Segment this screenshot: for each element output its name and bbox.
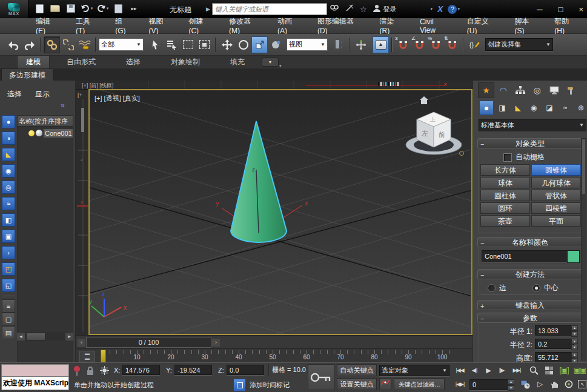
button-tube[interactable]: 管状体 [531,190,581,201]
command-panel-scrollbar[interactable] [581,138,586,360]
radio-center[interactable]: 中心 [532,283,559,293]
autogrid-checkbox[interactable] [503,153,512,162]
visibility-bulb-icon[interactable] [28,130,35,136]
viewcube[interactable]: 左 前 上 [406,112,464,156]
next-frame-slider-icon[interactable]: › [212,339,220,347]
select-and-move-button[interactable] [219,36,235,53]
timeline-ruler[interactable]: 10 20 30 40 50 60 70 80 90 100 [98,349,456,363]
keyboard-shortcut-override-toggle[interactable]: ▲ [373,36,389,53]
undo-toolbar-button[interactable] [5,36,21,53]
filter-lights-button[interactable]: ◣ [2,148,15,161]
help-caret[interactable]: ▾ [457,7,460,12]
compact-view-button[interactable]: ▤ [2,326,15,339]
go-to-end-button[interactable]: ▶▶| [510,364,523,376]
rollout-parameters[interactable]: − 参数 [477,313,583,323]
selection-filter-dropdown[interactable]: 全部▼ [99,38,144,51]
filter-helpers-button[interactable]: ◎ [2,181,15,194]
angle-snap-toggle-button[interactable]: ∠ [411,36,428,53]
login-caret[interactable]: ▾ [431,7,433,12]
selection-set-flyout-button[interactable]: ▷ [533,378,546,390]
exchange-apps-icon[interactable]: X [437,4,443,14]
search-icon[interactable] [330,4,339,14]
scroll-left-icon[interactable]: ◂ [17,333,25,341]
explorer-tab-select[interactable]: 选择 [7,89,22,99]
go-to-start-button[interactable]: |◀◀ [453,364,466,376]
zoom-extents-button[interactable]: [▣] [557,364,571,376]
create-cameras-button[interactable]: ◉ [526,101,541,115]
explorer-horizontal-scrollbar[interactable]: ◂ ▸ [17,332,73,341]
current-frame-field[interactable]: 0 [469,379,511,390]
blank-view-button[interactable]: ▢ [2,313,15,326]
filter-spacewarps-button[interactable]: ≈ [2,197,15,210]
redo-dropdown-caret[interactable]: ▾ [107,6,109,11]
auto-key-button[interactable]: 自动关键点 [337,364,377,376]
button-geosphere[interactable]: 几何球体 [531,177,581,188]
select-by-name-button[interactable] [164,36,180,53]
filter-bones-button[interactable]: › [2,246,15,259]
redo-button[interactable]: ▾ [96,2,109,15]
create-lights-button[interactable]: ◣ [511,101,525,115]
ribbon-tab-modeling[interactable]: 建模 [17,55,50,68]
height-field[interactable]: 55.712 [535,352,574,362]
button-pyramid[interactable]: 四棱锥 [531,202,581,214]
menu-edit[interactable]: 编辑(E) [28,18,68,34]
undo-button[interactable]: ▾ [80,2,93,15]
menu-modifiers[interactable]: 修改器(M) [221,18,270,34]
radio-edge[interactable]: 边 [488,283,506,293]
tab-utilities[interactable] [563,82,579,98]
object-name-field[interactable]: Cone001 [482,250,569,262]
filter-containers-button[interactable]: ◰ [2,262,15,276]
explorer-more-chevron[interactable]: » [61,101,65,110]
front-viewport-sliver[interactable]: [+] [前] [线框] ✕ [76,81,473,89]
button-torus[interactable]: 圆环 [480,202,530,214]
maxscript-listener-pink[interactable] [1,364,69,377]
button-cone[interactable]: 圆锥体 [531,164,581,176]
communication-center-icon[interactable] [345,4,354,14]
object-color-swatch[interactable] [567,250,580,263]
set-key-big-button[interactable] [308,364,334,390]
viewcube-home-icon[interactable] [420,96,428,104]
unlink-selection-button[interactable] [60,36,76,53]
maximize-button[interactable]: □ [559,5,563,14]
radius1-spinner[interactable]: ▲▼ [571,325,578,337]
menu-create[interactable]: 创建(C) [181,18,221,34]
tab-hierarchy[interactable] [512,82,528,98]
toolbar-overflow-button[interactable]: ▸▸ [127,2,141,15]
select-object-button[interactable] [147,36,164,53]
save-file-button[interactable] [64,2,78,15]
next-frame-button[interactable]: ||▶ [495,364,508,376]
select-and-rotate-button[interactable] [235,36,251,53]
undo-dropdown-caret[interactable]: ▾ [91,6,93,11]
reference-coordinate-dropdown[interactable]: 视图▼ [287,38,328,51]
menu-civil-view[interactable]: Civil View [412,18,459,34]
percent-snap-toggle-button[interactable]: % [428,36,444,53]
button-sphere[interactable]: 球体 [480,177,530,188]
mini-curve-editor-button[interactable]: ▬▬ [79,351,95,362]
menu-views[interactable]: 视图(V) [141,18,181,34]
default-in-out-tangent-button[interactable] [379,378,391,390]
search-input[interactable] [212,3,327,15]
button-box[interactable]: 长方体 [480,164,530,176]
create-helpers-button[interactable]: ◪ [542,101,557,115]
cone-object[interactable]: z [231,121,287,242]
key-filters-button[interactable]: 关键点过滤器... [394,378,445,390]
left-viewport-sliver[interactable]: [+ z x [76,89,88,336]
explorer-tab-display[interactable]: 显示 [35,89,50,99]
button-teapot[interactable]: 茶壶 [480,215,530,227]
y-coordinate-field[interactable]: -19.524 [174,365,212,375]
explorer-row-cone001[interactable]: Cone001 [18,127,73,139]
viewport-label[interactable]: [+] [透视] [真实] [95,94,140,103]
object-name-label[interactable]: Cone001 [44,129,73,138]
menu-scripting[interactable]: 脚本(S) [506,18,546,34]
use-pivot-center-button[interactable] [330,36,347,53]
scroll-right-icon[interactable]: ▸ [65,333,73,341]
menu-group[interactable]: 组(G) [107,18,141,34]
play-button[interactable]: ▶ [482,364,495,376]
key-filter-selection-dropdown[interactable]: 选定对象▼ [379,365,449,376]
add-time-tag[interactable]: 添加时间标记 [250,380,290,390]
minimize-button[interactable]: ─ [537,5,542,14]
rollout-keyboard-entry[interactable]: + 键盘输入 [477,300,583,310]
create-spacewarps-button[interactable]: ≈ [558,101,572,115]
filter-frozen-button[interactable]: ◱ [2,279,15,292]
absolute-mode-icon[interactable] [99,365,110,376]
